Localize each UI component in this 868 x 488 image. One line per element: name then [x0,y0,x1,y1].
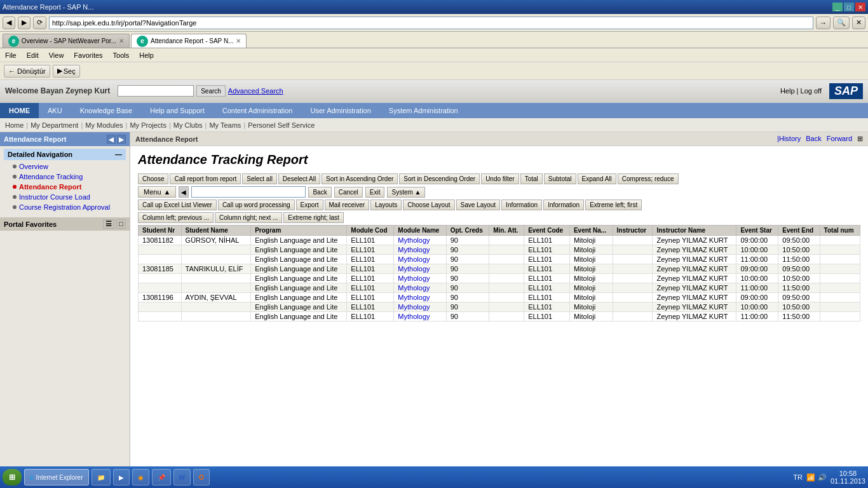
nav-tab-system-admin[interactable]: System Administration [380,103,467,118]
back-table-btn[interactable]: Back [308,187,331,198]
back-link[interactable]: Back [806,135,821,143]
tab-attendance[interactable]: e Attendance Report - SAP N... ✕ [131,34,247,48]
sidebar-nav-left[interactable]: ◀ [107,135,116,144]
mail-btn[interactable]: Mail receiver [325,200,370,210]
subtotal-btn[interactable]: Subtotal [544,173,576,184]
nav-tab-user-admin[interactable]: User Administration [301,103,379,118]
maximize-button[interactable]: □ [844,3,854,11]
close-button[interactable]: ✕ [855,3,865,11]
select-all-btn[interactable]: Select all [242,173,277,184]
exit-btn[interactable]: Exit [365,187,385,198]
forward-link[interactable]: Forward [827,135,852,143]
sub-nav-personel[interactable]: Personel Self Service [248,121,315,129]
cancel-btn[interactable]: Cancel [334,187,363,198]
taskbar-word[interactable]: W [173,469,191,485]
menu-favorites[interactable]: Favorites [74,51,102,59]
taskbar-ie[interactable]: e Internet Explorer [24,469,89,485]
extreme-left-btn[interactable]: Extreme left; first [585,200,642,210]
go-button[interactable]: → [816,17,831,29]
info-btn2[interactable]: Information [543,200,584,210]
sort-desc-btn[interactable]: Sort in Descending Order [399,173,480,184]
back-toolbar-btn[interactable]: ← Dönüştür [4,65,50,78]
choose-btn[interactable]: Choose [138,173,168,184]
taskbar-outlook[interactable]: O [193,469,210,485]
detailed-navigation-header[interactable]: Detailed Navigation — [4,149,126,160]
sort-asc-btn[interactable]: Sort in Ascending Order [322,173,398,184]
sub-nav-home[interactable]: Home [5,121,24,129]
layouts-btn[interactable]: Layouts [370,200,402,210]
choose-layout-btn[interactable]: Choose Layout [403,200,454,210]
tab-overview[interactable]: e Overview - SAP NetWeaver Por... ✕ [3,34,130,48]
menu-dropdown[interactable]: Menu ▲ [138,186,176,198]
word-btn[interactable]: Call up word processing [218,200,295,210]
taskbar-pin[interactable]: 📌 [152,469,171,485]
nav-tab-home[interactable]: HOME [0,103,39,118]
taskbar-media[interactable]: ▶ [113,469,130,485]
table-cell [181,312,251,322]
back-nav-button[interactable]: ◀ [3,17,15,29]
compress-btn[interactable]: Compress; reduce [618,173,679,184]
expand-icon[interactable]: ⊞ [857,135,863,143]
extreme-right-btn[interactable]: Extreme right; last [283,212,344,223]
search-input[interactable] [118,85,194,97]
sub-nav-department[interactable]: My Department [31,121,78,129]
stop-button[interactable]: ✕ [852,17,865,29]
welcome-text: Welcome Bayan Zeynep Kurt [5,86,110,95]
history-link[interactable]: |History [777,135,801,143]
deselect-all-btn[interactable]: Deselect All [278,173,320,184]
sub-nav-teams[interactable]: My Teams [209,121,241,129]
advanced-search-link[interactable]: Advanced Search [228,87,283,95]
sidebar-item-tracking[interactable]: Attendance Tracking [4,172,126,182]
col-right-btn[interactable]: Column right; next ... [215,212,282,223]
favorites-edit-icon[interactable]: ☰ [103,219,114,229]
sidebar-item-course-approval[interactable]: Course Registration Approval [4,202,126,212]
system-btn[interactable]: System ▲ [387,187,425,198]
menu-file[interactable]: File [5,51,17,59]
sidebar-item-overview[interactable]: Overview [4,161,126,172]
table-cell: Zeynep YILMAZ KURT [653,283,736,293]
col-left-btn[interactable]: Column left; previous ... [138,212,214,223]
export-btn[interactable]: Export [296,200,323,210]
info-btn1[interactable]: Information [501,200,542,210]
menu-help[interactable]: Help [139,51,154,59]
start-button[interactable]: ⊞ [3,469,22,485]
sap-links: Help | Log off [780,87,822,95]
sub-nav-clubs[interactable]: My Clubs [173,121,203,129]
refresh-button[interactable]: ⟳ [33,17,46,29]
search-web-button[interactable]: 🔍 [833,17,850,29]
table-cell: Mitoloji [569,283,613,293]
call-report-btn[interactable]: Call report from report [170,173,241,184]
sub-nav-modules[interactable]: My Modules [85,121,123,129]
undo-filter-btn[interactable]: Undo filter [481,173,519,184]
minimize-button[interactable]: _ [832,3,843,11]
expand-all-btn[interactable]: Expand All [578,173,616,184]
save-layout-btn[interactable]: Save Layout [456,200,501,210]
menu-view[interactable]: View [49,51,64,59]
total-btn[interactable]: Total [520,173,543,184]
excel-btn[interactable]: Call up Excel List Viewer [138,200,217,210]
nav-tab-content-admin[interactable]: Content Administration [214,103,302,118]
filter-input[interactable] [191,186,306,198]
sidebar-item-instructor-load[interactable]: Instructor Course Load [4,192,126,202]
forward-toolbar-btn[interactable]: ▶ Seç [53,65,80,78]
tab-close-icon[interactable]: ✕ [119,37,124,44]
nav-tab-knowledge[interactable]: Knowledge Base [71,103,142,118]
address-input[interactable] [49,17,813,29]
nav-tab-help[interactable]: Help and Support [141,103,214,118]
taskbar-chrome[interactable]: ◉ [132,469,149,485]
menu-tools[interactable]: Tools [113,51,130,59]
sub-nav-projects[interactable]: My Projects [130,121,166,129]
taskbar-files[interactable]: 📁 [92,469,111,485]
favorites-header[interactable]: Portal Favorites ☰ □ [0,217,130,231]
forward-nav-button[interactable]: ▶ [18,17,31,29]
favorites-collapse-icon[interactable]: □ [116,219,126,229]
search-button[interactable]: Search [196,85,226,97]
sidebar-item-report[interactable]: Attendance Report [4,182,126,192]
logoff-link[interactable]: Log off [801,87,822,95]
tab-close-icon2[interactable]: ✕ [236,37,241,44]
menu-edit[interactable]: Edit [27,51,39,59]
nav-tab-aku[interactable]: AKU [39,103,71,118]
sidebar-nav-right[interactable]: ▶ [117,135,126,144]
nav-arrow-left[interactable]: ◀ [179,186,189,198]
help-link[interactable]: Help [780,87,795,95]
